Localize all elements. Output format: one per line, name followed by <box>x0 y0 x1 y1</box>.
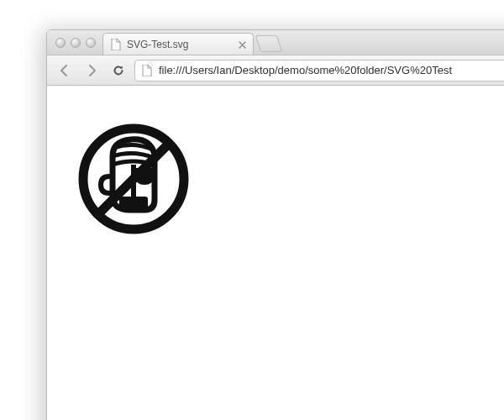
address-bar-text: file:///Users/Ian/Desktop/demo/some%20fo… <box>159 64 452 76</box>
no-piracy-icon <box>71 116 197 242</box>
svg-rect-2 <box>119 197 148 208</box>
minimize-window-button[interactable] <box>71 38 81 48</box>
address-bar[interactable]: file:///Users/Ian/Desktop/demo/some%20fo… <box>134 60 504 81</box>
close-window-button[interactable] <box>55 38 66 48</box>
tab-strip: SVG-Test.svg <box>47 30 504 55</box>
close-tab-button[interactable] <box>236 39 248 50</box>
tab-title: SVG-Test.svg <box>127 39 188 50</box>
file-icon <box>140 64 154 77</box>
zoom-window-button[interactable] <box>86 38 96 48</box>
file-icon <box>110 39 122 50</box>
forward-button[interactable] <box>81 60 102 81</box>
reload-button[interactable] <box>108 60 129 81</box>
browser-window: SVG-Test.svg <box>46 29 504 420</box>
window-controls <box>52 30 102 55</box>
back-button[interactable] <box>54 60 76 81</box>
screenshot-stage: SVG-Test.svg <box>0 0 504 420</box>
new-tab-button[interactable] <box>255 35 282 52</box>
browser-tab-active[interactable]: SVG-Test.svg <box>102 33 254 55</box>
toolbar: file:///Users/Ian/Desktop/demo/some%20fo… <box>47 55 504 86</box>
page-viewport <box>47 86 504 420</box>
svg-content <box>71 116 197 242</box>
